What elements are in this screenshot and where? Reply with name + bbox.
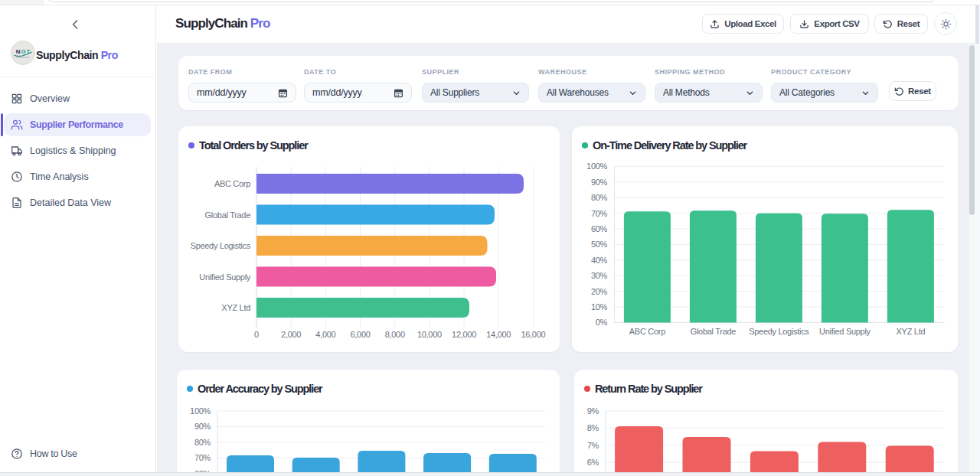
svg-text:40%: 40%: [591, 256, 608, 265]
svg-text:6,000: 6,000: [351, 330, 371, 339]
svg-text:70%: 70%: [591, 209, 608, 218]
svg-text:50%: 50%: [591, 240, 608, 249]
svg-text:6%: 6%: [587, 458, 599, 467]
svg-text:10,000: 10,000: [417, 330, 442, 339]
svg-text:8%: 8%: [587, 423, 599, 432]
svg-text:90%: 90%: [194, 422, 211, 431]
svg-text:10%: 10%: [591, 302, 608, 311]
svg-text:Unified Supply: Unified Supply: [199, 272, 251, 282]
svg-text:4,000: 4,000: [315, 330, 335, 339]
svg-text:80%: 80%: [591, 193, 608, 202]
svg-text:20%: 20%: [591, 287, 608, 296]
svg-text:2,000: 2,000: [281, 330, 301, 339]
svg-text:7%: 7%: [587, 441, 599, 450]
svg-text:0: 0: [254, 330, 259, 339]
svg-text:ABC Corp: ABC Corp: [629, 327, 665, 336]
svg-text:60%: 60%: [591, 224, 608, 233]
svg-text:Global Trade: Global Trade: [205, 210, 251, 220]
svg-text:90%: 90%: [591, 178, 608, 187]
svg-text:Speedy Logistics: Speedy Logistics: [191, 241, 251, 250]
svg-text:14,000: 14,000: [486, 330, 511, 339]
svg-text:9%: 9%: [587, 406, 599, 416]
svg-text:XYZ Ltd: XYZ Ltd: [897, 327, 926, 336]
svg-text:30%: 30%: [591, 271, 608, 280]
svg-text:XYZ Ltd: XYZ Ltd: [221, 303, 250, 312]
svg-text:0%: 0%: [596, 318, 608, 327]
svg-text:80%: 80%: [194, 438, 211, 447]
svg-text:16,000: 16,000: [521, 330, 545, 339]
svg-text:12,000: 12,000: [452, 330, 476, 339]
svg-text:Unified Supply: Unified Supply: [819, 327, 871, 336]
svg-text:100%: 100%: [190, 406, 211, 416]
svg-text:100%: 100%: [586, 161, 607, 171]
svg-text:ABC Corp: ABC Corp: [214, 179, 250, 188]
svg-text:70%: 70%: [194, 453, 211, 462]
svg-text:Global Trade: Global Trade: [691, 327, 737, 336]
svg-text:8,000: 8,000: [385, 330, 405, 339]
svg-text:Speedy Logistics: Speedy Logistics: [749, 327, 809, 336]
